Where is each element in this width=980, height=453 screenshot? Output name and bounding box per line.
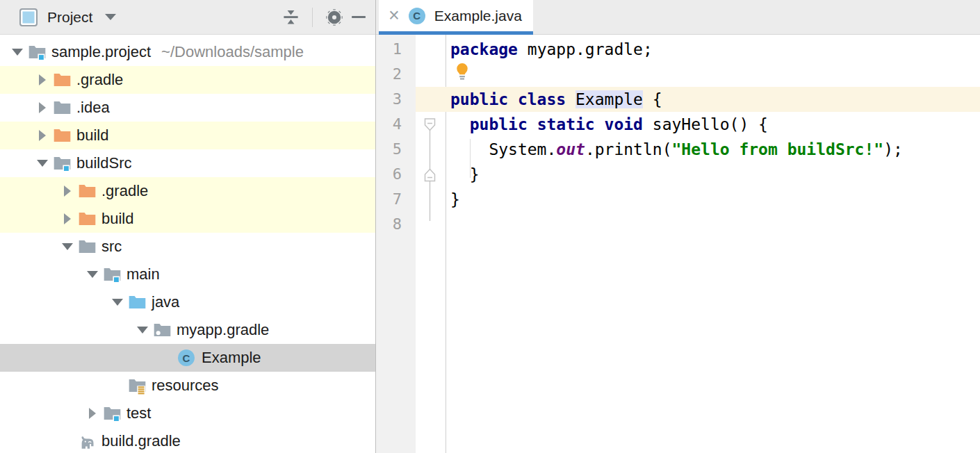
tree-item-label: .gradle <box>76 71 123 89</box>
line-number: 7 <box>376 187 416 212</box>
folder-icon <box>78 238 99 256</box>
code-text: } <box>446 187 980 212</box>
tree-row--idea[interactable]: .idea <box>0 94 375 122</box>
tree-item-label: Example <box>202 349 261 367</box>
hide-panel-icon <box>352 16 366 18</box>
code-line-1[interactable]: 1package myapp.gradle; <box>376 37 980 62</box>
tree-row-build[interactable]: build <box>0 122 375 149</box>
tree-row-myapp-gradle[interactable]: myapp.gradle <box>0 316 375 344</box>
code-line-7[interactable]: 7} <box>376 187 980 212</box>
code-text <box>446 212 980 237</box>
module-folder-icon <box>53 155 74 172</box>
fold-region-markers[interactable] <box>424 117 436 221</box>
expand-arrow-collapsed[interactable] <box>32 130 53 141</box>
package-icon <box>153 322 174 339</box>
module-folder-icon <box>28 44 49 61</box>
expand-arrow-collapsed[interactable] <box>82 408 103 419</box>
intention-bulb-icon[interactable] <box>455 63 470 89</box>
tree-item-label: sample.project <box>51 43 151 61</box>
code-line-2[interactable]: 2 <box>376 62 980 87</box>
code-line-6[interactable]: 6 } <box>376 162 980 187</box>
code-text: System.out.println("Hello from buildSrc!… <box>446 137 980 162</box>
folder-icon <box>53 99 74 117</box>
editor-area: × C Example.java 1package myapp.gradle;2… <box>376 0 980 453</box>
tree-item-label: resources <box>152 377 219 395</box>
expand-arrow-expanded[interactable] <box>57 243 78 250</box>
tree-row--gradle[interactable]: .gradle <box>0 177 375 205</box>
tab-title: Example.java <box>434 8 522 24</box>
project-toolbar: Project <box>0 0 375 35</box>
code-line-4[interactable]: 4 public static void sayHello() { <box>376 112 980 137</box>
tree-row-test[interactable]: test <box>0 400 375 427</box>
hide-panel-button[interactable] <box>345 7 366 28</box>
expand-arrow-expanded[interactable] <box>107 299 128 306</box>
tree-row-resources[interactable]: resources <box>0 372 375 400</box>
expand-arrow-collapsed[interactable] <box>32 102 53 113</box>
editor-tab-bar: × C Example.java <box>376 0 980 35</box>
toolbar-separator <box>312 8 313 27</box>
expand-arrow-expanded[interactable] <box>32 160 53 167</box>
code-line-8[interactable]: 8 <box>376 212 980 237</box>
folder-excluded-icon <box>78 183 99 200</box>
tree-item-label: buildSrc <box>76 154 131 172</box>
expand-arrow-expanded[interactable] <box>7 49 28 56</box>
tree-item-label: .idea <box>76 99 110 117</box>
expand-arrow-collapsed[interactable] <box>57 213 78 224</box>
collapse-all-icon <box>281 8 300 26</box>
tree-row-java[interactable]: java <box>0 288 375 316</box>
folder-excluded-icon <box>53 127 74 145</box>
tree-row-sample-project[interactable]: sample.project~/Downloads/sample <box>0 38 375 66</box>
tree-item-label: src <box>101 238 122 256</box>
ide-window: Project <box>0 0 980 453</box>
indent-guide <box>470 139 471 178</box>
tree-item-label: java <box>152 293 179 311</box>
project-path: ~/Downloads/sample <box>161 43 304 61</box>
tree-item-label: build.gradle <box>101 432 181 450</box>
expand-arrow-expanded[interactable] <box>82 271 103 278</box>
gradle-icon <box>78 433 99 450</box>
expand-arrow-expanded[interactable] <box>132 327 153 333</box>
expand-arrow-collapsed[interactable] <box>57 186 78 197</box>
tree-item-label: .gradle <box>101 182 148 200</box>
expand-arrow-collapsed[interactable] <box>32 74 53 85</box>
tree-item-label: test <box>126 404 151 422</box>
line-number: 3 <box>376 87 416 112</box>
close-tab-icon[interactable]: × <box>389 6 400 25</box>
code-text: package myapp.gradle; <box>446 37 980 62</box>
code-editor[interactable]: 1package myapp.gradle;23public class Exa… <box>376 35 980 453</box>
code-text <box>446 62 980 87</box>
fold-start-icon <box>425 119 435 131</box>
code-line-3[interactable]: 3public class Example { <box>376 87 980 112</box>
fold-end-icon <box>425 170 435 181</box>
tree-item-label: myapp.gradle <box>177 321 269 339</box>
line-number: 1 <box>376 37 416 62</box>
tree-row-example[interactable]: CExample <box>0 344 375 372</box>
settings-gear-button[interactable] <box>324 7 345 28</box>
chevron-down-icon[interactable] <box>105 14 116 20</box>
tree-row-build[interactable]: build <box>0 205 375 233</box>
module-folder-icon <box>103 405 124 422</box>
project-view-icon <box>19 8 38 26</box>
code-text: public static void sayHello() { <box>446 112 980 137</box>
class-icon: C <box>178 349 199 366</box>
tree-item-label: build <box>101 210 133 228</box>
tree-row-buildsrc[interactable]: buildSrc <box>0 149 375 177</box>
code-line-5[interactable]: 5 System.out.println("Hello from buildSr… <box>376 137 980 162</box>
tree-row-src[interactable]: src <box>0 233 375 261</box>
settings-gear-icon <box>325 8 344 27</box>
collapse-all-button[interactable] <box>280 7 301 28</box>
folder-excluded-icon <box>78 211 99 228</box>
tree-item-label: main <box>126 265 160 283</box>
project-tree[interactable]: sample.project~/Downloads/sample.gradle.… <box>0 35 375 453</box>
project-tool-window: Project <box>0 0 376 453</box>
folder-source-icon <box>128 294 149 311</box>
code-text: } <box>446 162 980 187</box>
folder-excluded-icon <box>53 72 74 89</box>
tree-row-main[interactable]: main <box>0 261 375 288</box>
line-number: 2 <box>376 62 416 87</box>
project-view-selector[interactable]: Project <box>47 9 92 26</box>
tab-example-java[interactable]: × C Example.java <box>379 0 533 35</box>
tree-row-build-gradle[interactable]: build.gradle <box>0 427 375 453</box>
tree-row--gradle[interactable]: .gradle <box>0 66 375 94</box>
line-number: 8 <box>376 212 416 237</box>
